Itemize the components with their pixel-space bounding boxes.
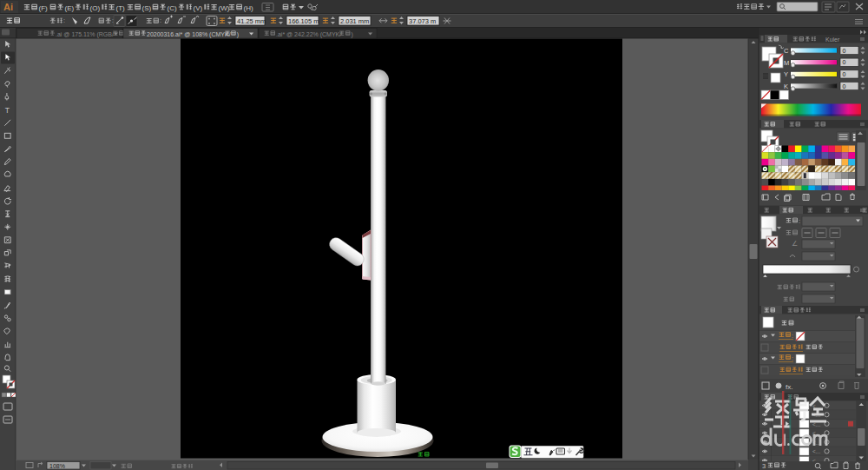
svg-text:.ai* @ 242.22% (CMYK/: .ai* @ 242.22% (CMYK/ <box>276 31 341 38</box>
svg-text:Ai: Ai <box>3 2 13 12</box>
svg-text:(W): (W) <box>219 4 230 12</box>
svg-text:(V): (V) <box>194 4 203 12</box>
svg-text:∠: ∠ <box>792 240 798 248</box>
svg-text:0: 0 <box>843 71 846 77</box>
svg-text:20200316.ai* @ 108% (CMYK/: 20200316.ai* @ 108% (CMYK/ <box>147 31 231 38</box>
svg-text::: : <box>799 218 800 224</box>
svg-text:0: 0 <box>843 48 846 54</box>
svg-text:166.105 m: 166.105 m <box>288 17 319 25</box>
svg-text:Kuler: Kuler <box>825 36 840 43</box>
svg-text:.ai @ 175.11% (RGB/: .ai @ 175.11% (RGB/ <box>56 31 114 38</box>
svg-text:T: T <box>5 106 10 115</box>
svg-text:0: 0 <box>843 59 846 65</box>
svg-text:<...: <... <box>812 448 820 454</box>
svg-text:0: 0 <box>843 83 846 89</box>
svg-text:(F): (F) <box>39 4 49 12</box>
svg-text:41.25 mm: 41.25 mm <box>237 17 266 25</box>
svg-text:3: 3 <box>762 462 766 470</box>
svg-text:37.073 m: 37.073 m <box>409 17 436 25</box>
svg-text::: : <box>160 17 161 23</box>
svg-text:(H): (H) <box>244 4 253 12</box>
svg-text:Y: Y <box>784 70 788 78</box>
svg-text:(T): (T) <box>116 4 126 12</box>
svg-text:(C): (C) <box>168 4 177 12</box>
svg-text:2.031 mm: 2.031 mm <box>340 17 369 25</box>
svg-text:(O): (O) <box>90 4 101 12</box>
svg-text::: : <box>792 333 793 339</box>
svg-text::: : <box>792 355 793 361</box>
svg-text:): ) <box>351 31 352 38</box>
svg-text:(E): (E) <box>65 4 75 12</box>
svg-text:108%: 108% <box>49 463 65 469</box>
svg-text:fx.: fx. <box>786 383 792 391</box>
svg-text:C: C <box>784 47 789 55</box>
svg-text:(S): (S) <box>142 4 152 12</box>
svg-text:): ) <box>237 31 239 38</box>
svg-text:K: K <box>784 83 788 90</box>
svg-text:M: M <box>784 59 789 67</box>
svg-text::: : <box>63 17 65 23</box>
